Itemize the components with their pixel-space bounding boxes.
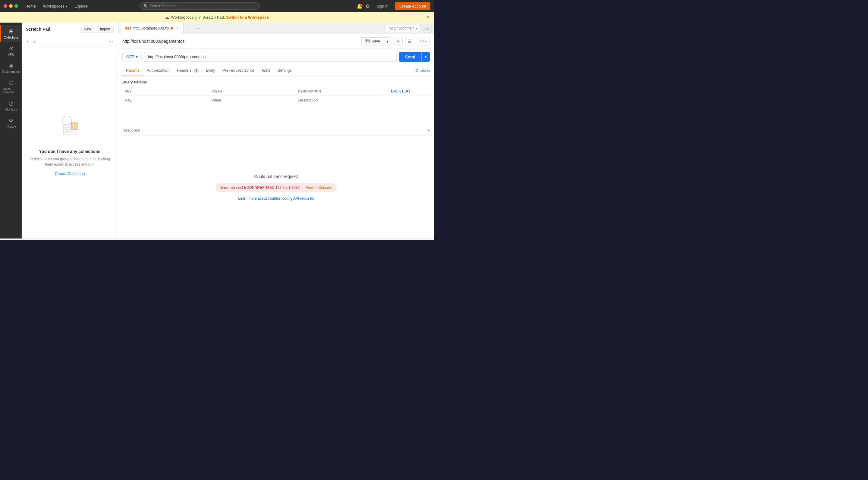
tab-bar: GET http://localhost:8080/p ✕ + ⋯ No Env… bbox=[118, 23, 434, 34]
params-table: KEY VALUE DESCRIPTION ⋯ Bulk Edit bbox=[122, 87, 430, 105]
sidebar-item-apis[interactable]: ⊛ APIs bbox=[0, 42, 22, 59]
tab-more-button[interactable]: ⋯ bbox=[193, 26, 202, 30]
collections-toolbar: + ≡ ⋯ bbox=[22, 36, 118, 47]
collections-header: Scratch Pad New Import bbox=[22, 23, 118, 36]
key-input[interactable] bbox=[125, 98, 207, 102]
collections-icon: ⊞ bbox=[9, 28, 13, 35]
environment-chevron-icon: ▾ bbox=[415, 26, 417, 30]
add-collection-icon-button[interactable]: + bbox=[25, 39, 30, 44]
sidebar-item-mock-servers[interactable]: ⬡ Mock Servers bbox=[0, 76, 22, 97]
tab-tests[interactable]: Tests bbox=[257, 65, 274, 76]
main-area: GET http://localhost:8080/p ✕ + ⋯ No Env… bbox=[118, 23, 434, 239]
error-message: Error: connect ECONNREFUSED 127.0.0.1:80… bbox=[220, 185, 300, 190]
params-section: Query Params KEY VALUE DESCRIPTION ⋯ Bul… bbox=[118, 76, 434, 125]
bulk-edit-button[interactable]: Bulk Edit bbox=[391, 89, 410, 93]
table-actions-header: ⋯ Bulk Edit bbox=[382, 87, 430, 96]
tab-headers[interactable]: Headers 6 bbox=[173, 65, 203, 76]
sidebar-item-collections[interactable]: ⊞ Collections bbox=[0, 25, 22, 42]
empty-description: Collections let you group related reques… bbox=[28, 156, 112, 167]
new-button[interactable]: New bbox=[81, 26, 94, 33]
tab-unsaved-indicator bbox=[170, 27, 173, 30]
nav-explore[interactable]: Explore bbox=[72, 3, 90, 10]
request-title-bar: http://localhost:8080/pagamentos 💾 Save … bbox=[118, 34, 434, 49]
response-bar[interactable]: Response ▾ bbox=[118, 125, 434, 136]
console-tab[interactable]: ▣ Console bbox=[48, 240, 73, 240]
request-container: http://localhost:8080/pagamentos 💾 Save … bbox=[118, 34, 434, 239]
empty-illustration bbox=[55, 110, 85, 144]
create-account-button[interactable]: Create Account bbox=[395, 2, 430, 10]
apis-icon: ⊛ bbox=[9, 45, 13, 52]
filter-icon-button[interactable]: ≡ bbox=[32, 39, 37, 44]
history-icon: ⟳ bbox=[9, 117, 13, 124]
search-bar[interactable]: 🔍 Search Postman bbox=[140, 2, 260, 10]
method-selector[interactable]: GET ▾ bbox=[122, 52, 142, 61]
empty-title: You don't have any collections bbox=[39, 149, 101, 154]
nav-workspaces[interactable]: Workspaces ▾ bbox=[41, 3, 70, 10]
description-input[interactable] bbox=[299, 98, 380, 102]
add-tab-button[interactable]: + bbox=[184, 25, 193, 31]
more-options-icon-button[interactable]: ⋯ bbox=[107, 39, 114, 44]
send-dropdown-button[interactable]: ▾ bbox=[421, 52, 430, 62]
send-button[interactable]: Send bbox=[399, 52, 421, 62]
sidebar-item-environments[interactable]: ◈ Environments bbox=[0, 59, 22, 76]
environment-selector[interactable]: No Environment ▾ bbox=[385, 25, 421, 32]
tab-settings[interactable]: Settings bbox=[274, 65, 296, 76]
value-input[interactable] bbox=[212, 98, 293, 102]
sidebar-item-history[interactable]: ⟳ History bbox=[0, 114, 22, 131]
notifications-icon[interactable]: 🔔 bbox=[356, 3, 363, 9]
import-button[interactable]: Import bbox=[97, 26, 114, 33]
notification-dot bbox=[360, 4, 363, 6]
sidebar-item-monitors[interactable]: ◷ Monitors bbox=[0, 97, 22, 114]
cookies-link[interactable]: Cookies bbox=[415, 68, 430, 73]
save-icon: 💾 bbox=[365, 39, 370, 43]
monitors-icon: ◷ bbox=[9, 100, 13, 107]
params-row-empty bbox=[122, 96, 430, 105]
find-replace-tab[interactable]: ⊡ Find and Replace bbox=[4, 240, 43, 240]
settings-icon[interactable]: ⚙ bbox=[366, 3, 370, 9]
documentation-button[interactable]: ☰ bbox=[405, 37, 414, 45]
switch-workspace-link[interactable]: Switch to a Workspace bbox=[226, 15, 269, 20]
tab-body[interactable]: Body bbox=[203, 65, 219, 76]
collections-panel-title: Scratch Pad bbox=[26, 27, 50, 32]
description-column-header: DESCRIPTION bbox=[296, 87, 383, 96]
environments-icon: ◈ bbox=[9, 62, 13, 69]
nav-right-actions: 🔔 ⚙ Sign In Create Account bbox=[356, 2, 430, 10]
bottom-toolbar: ⊡ Find and Replace ▣ Console ⊘ 1 Error A… bbox=[0, 239, 434, 240]
nav-home[interactable]: Home bbox=[23, 3, 38, 10]
icon-sidebar: ⊞ Collections ⊛ APIs ◈ Environments ⬡ Mo… bbox=[0, 23, 22, 239]
error-area: Could not send request Error: connect EC… bbox=[118, 136, 434, 239]
create-collection-link[interactable]: Create Collection bbox=[55, 171, 85, 176]
tab-close-icon[interactable]: ✕ bbox=[176, 26, 179, 30]
save-dropdown-button[interactable]: ▾ bbox=[384, 38, 391, 45]
environment-label: No Environment bbox=[389, 26, 414, 30]
url-bar: GET ▾ Send ▾ bbox=[118, 49, 434, 65]
query-params-title: Query Params bbox=[122, 80, 430, 84]
value-column-header: VALUE bbox=[209, 87, 296, 96]
table-more-icon[interactable]: ⋯ bbox=[385, 90, 388, 93]
sign-in-button[interactable]: Sign In bbox=[373, 3, 392, 10]
banner-close-icon[interactable]: ✕ bbox=[426, 14, 430, 20]
environment-view-button[interactable]: ⊡ bbox=[423, 24, 432, 33]
code-snippet-button[interactable]: </> bbox=[417, 37, 430, 45]
save-button[interactable]: 💾 Save bbox=[362, 38, 383, 45]
collections-panel: Scratch Pad New Import + ≡ ⋯ bbox=[22, 23, 118, 239]
svg-rect-3 bbox=[71, 122, 78, 130]
minimize-window-button[interactable] bbox=[9, 4, 13, 8]
collections-header-actions: New Import bbox=[81, 26, 114, 33]
request-title: http://localhost:8080/pagamentos bbox=[122, 39, 184, 44]
svg-point-0 bbox=[62, 116, 71, 125]
tab-authorization[interactable]: Authorization bbox=[143, 65, 173, 76]
tab-pre-request[interactable]: Pre-request Script bbox=[219, 65, 258, 76]
maximize-window-button[interactable] bbox=[14, 4, 18, 8]
close-window-button[interactable] bbox=[4, 4, 7, 8]
response-label: Response bbox=[122, 128, 428, 133]
window-controls bbox=[4, 4, 18, 8]
url-input[interactable] bbox=[144, 52, 397, 62]
tab-params[interactable]: Params bbox=[122, 65, 143, 76]
view-console-button[interactable]: View in Console bbox=[303, 185, 332, 190]
edit-description-button[interactable]: ✏ bbox=[394, 37, 403, 45]
request-title-actions: 💾 Save ▾ ✏ ☰ </> bbox=[361, 37, 430, 45]
top-navigation: Home Workspaces ▾ Explore 🔍 Search Postm… bbox=[0, 0, 434, 12]
request-tab-0[interactable]: GET http://localhost:8080/p ✕ bbox=[121, 23, 184, 34]
troubleshoot-link[interactable]: Learn more about troubleshooting API req… bbox=[238, 196, 314, 201]
